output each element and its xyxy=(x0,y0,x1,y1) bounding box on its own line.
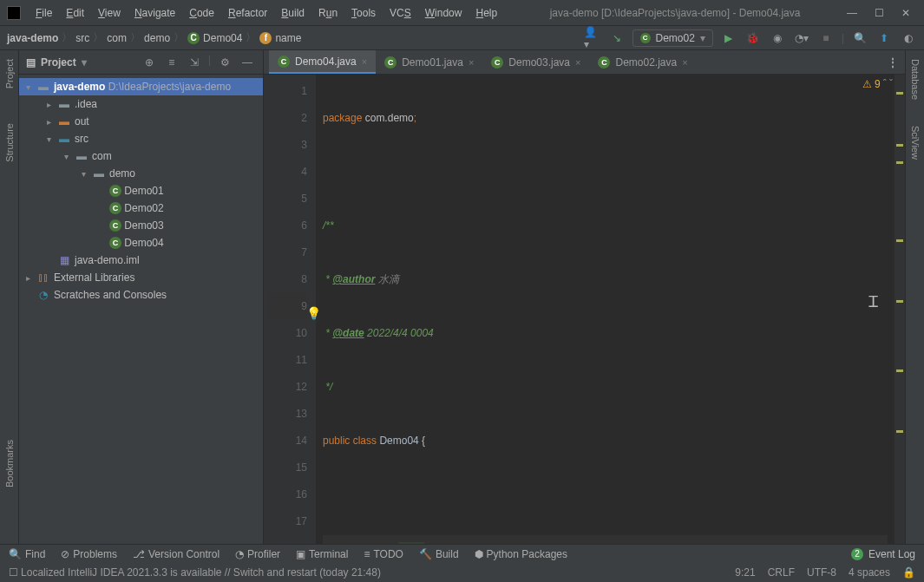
tool-vcs[interactable]: ⎇ Version Control xyxy=(133,548,220,560)
class-icon: C xyxy=(187,32,200,44)
tree-out[interactable]: ▸▬out xyxy=(19,113,263,130)
status-hint-icon[interactable]: ☐ xyxy=(9,566,18,579)
tree-src[interactable]: ▾▬src xyxy=(19,130,263,147)
menu-edit[interactable]: Edit xyxy=(60,3,90,23)
close-icon[interactable]: × xyxy=(469,57,474,68)
tree-file-demo02[interactable]: C Demo02 xyxy=(19,199,263,217)
tree-root[interactable]: ▾▬ java-demo D:\IdeaProjects\java-demo xyxy=(19,78,263,95)
tool-structure-tab[interactable]: Structure xyxy=(4,123,15,162)
menu-help[interactable]: Help xyxy=(469,3,503,23)
build-hammer-icon[interactable]: ↘ xyxy=(608,29,626,47)
menu-file[interactable]: File xyxy=(29,3,58,23)
close-icon[interactable]: × xyxy=(362,56,367,67)
tool-find[interactable]: 🔍 Find xyxy=(9,548,45,560)
code-editor[interactable]: package com.demo; /** * @author 水滴 * @da… xyxy=(316,75,895,544)
user-icon[interactable]: 👤▾ xyxy=(584,29,601,47)
close-icon[interactable]: × xyxy=(575,57,580,68)
overview-ruler[interactable] xyxy=(895,75,905,544)
tool-database-tab[interactable]: Database xyxy=(910,59,921,100)
project-tool-title[interactable]: ▤Project▾ xyxy=(26,56,87,69)
class-icon: C xyxy=(109,219,121,232)
bc-project[interactable]: java-demo xyxy=(7,32,58,44)
menu-tools[interactable]: Tools xyxy=(345,3,382,23)
minimize-button[interactable]: — xyxy=(847,7,857,19)
class-icon: C xyxy=(640,33,651,43)
bc-com[interactable]: com xyxy=(107,32,127,44)
coverage-button[interactable]: ◉ xyxy=(769,29,786,47)
tool-bookmarks-tab[interactable]: Bookmarks xyxy=(4,440,15,487)
debug-button[interactable]: 🐞 xyxy=(744,29,762,47)
tool-sciview-tab[interactable]: SciView xyxy=(910,126,921,160)
search-everywhere-icon[interactable]: 🔍 xyxy=(851,29,868,47)
tree-iml[interactable]: ▦java-demo.iml xyxy=(19,252,263,269)
tree-demo[interactable]: ▾▬demo xyxy=(19,165,263,182)
settings-icon[interactable]: ⚙ xyxy=(216,54,233,71)
hide-tool-icon[interactable]: — xyxy=(239,54,256,71)
run-config-label: Demo02 xyxy=(656,32,695,44)
bc-field[interactable]: name xyxy=(275,32,301,44)
tree-file-demo04[interactable]: C Demo04 xyxy=(19,234,263,252)
close-button[interactable]: ✕ xyxy=(901,7,910,19)
bc-demo[interactable]: demo xyxy=(144,32,170,44)
collapse-all-icon[interactable]: ⇲ xyxy=(186,54,203,71)
menu-window[interactable]: Window xyxy=(419,3,469,23)
tab-demo03[interactable]: C Demo03.java× xyxy=(482,50,589,74)
menu-vcs[interactable]: VCS xyxy=(383,3,417,23)
tool-project-tab[interactable]: Project xyxy=(4,59,15,88)
menu-view[interactable]: View xyxy=(92,3,127,23)
tab-demo02[interactable]: C Demo02.java× xyxy=(589,50,696,74)
tool-build[interactable]: 🔨 Build xyxy=(419,548,459,560)
class-icon: C xyxy=(109,185,121,197)
tree-scratches[interactable]: ◔Scratches and Consoles xyxy=(19,286,263,304)
tree-external-libs[interactable]: ▸⫿⫿External Libraries xyxy=(19,269,263,286)
inspection-badge[interactable]: ⚠ 9 ˆ ˇ xyxy=(862,78,893,90)
expand-all-icon[interactable]: ≡ xyxy=(163,54,180,71)
tool-terminal[interactable]: ▣ Terminal xyxy=(296,548,348,560)
tab-demo04[interactable]: C Demo04.java× xyxy=(269,50,376,74)
tabs-menu-icon[interactable]: ⋮ xyxy=(888,56,898,69)
bc-src[interactable]: src xyxy=(75,32,89,44)
tool-todo[interactable]: ≡ TODO xyxy=(364,548,403,560)
breadcrumb: java-demo 〉src 〉com 〉demo 〉C Demo04 〉f n… xyxy=(7,30,301,45)
tree-file-demo01[interactable]: C Demo01 xyxy=(19,182,263,199)
menu-navigate[interactable]: Navigate xyxy=(128,3,181,23)
class-icon: C xyxy=(109,237,121,249)
stop-button[interactable]: ■ xyxy=(817,29,835,47)
class-icon: C xyxy=(598,56,610,69)
tool-eventlog[interactable]: Event Log xyxy=(868,548,915,560)
tool-python[interactable]: ⬢ Python Packages xyxy=(475,548,567,560)
class-icon: C xyxy=(278,56,290,68)
status-lock-icon[interactable]: 🔒 xyxy=(902,566,915,579)
tree-idea[interactable]: ▸▬.idea xyxy=(19,95,263,113)
update-button[interactable]: ⬆ xyxy=(875,29,893,47)
run-config-selector[interactable]: C Demo02 ▾ xyxy=(632,29,713,47)
close-icon[interactable]: × xyxy=(682,57,687,68)
tab-demo01[interactable]: C Demo01.java× xyxy=(376,50,482,74)
line-gutter[interactable]: 123 456 78 9💡 101112 131415 1617 xyxy=(264,75,316,544)
tree-com[interactable]: ▾▬com xyxy=(19,147,263,165)
bc-class[interactable]: Demo04 xyxy=(203,32,242,44)
status-line-sep[interactable]: CRLF xyxy=(768,566,795,579)
tool-profiler[interactable]: ◔ Profiler xyxy=(235,548,280,560)
status-message[interactable]: Localized IntelliJ IDEA 2021.3.3 is avai… xyxy=(21,566,381,579)
maximize-button[interactable]: ☐ xyxy=(875,7,884,19)
app-logo xyxy=(7,6,21,20)
tool-problems[interactable]: ⊘ Problems xyxy=(61,548,117,560)
main-menu: File Edit View Navigate Code Refactor Bu… xyxy=(29,3,503,23)
ide-features-icon[interactable]: ◐ xyxy=(900,29,917,47)
status-encoding[interactable]: UTF-8 xyxy=(807,566,836,579)
status-indent[interactable]: 4 spaces xyxy=(849,566,890,579)
menu-run[interactable]: Run xyxy=(312,3,344,23)
event-count-badge: 2 xyxy=(851,548,863,560)
select-opened-icon[interactable]: ⊕ xyxy=(141,54,158,71)
menu-build[interactable]: Build xyxy=(275,3,311,23)
class-icon: C xyxy=(109,202,121,214)
run-button[interactable]: ▶ xyxy=(720,29,737,47)
menu-refactor[interactable]: Refactor xyxy=(222,3,273,23)
menu-code[interactable]: Code xyxy=(183,3,220,23)
status-caret-pos[interactable]: 9:21 xyxy=(735,566,755,579)
tree-file-demo03[interactable]: C Demo03 xyxy=(19,217,263,234)
class-icon: C xyxy=(384,56,396,69)
profile-button[interactable]: ◔▾ xyxy=(793,29,810,47)
intention-bulb-icon[interactable]: 💡 xyxy=(306,300,321,327)
